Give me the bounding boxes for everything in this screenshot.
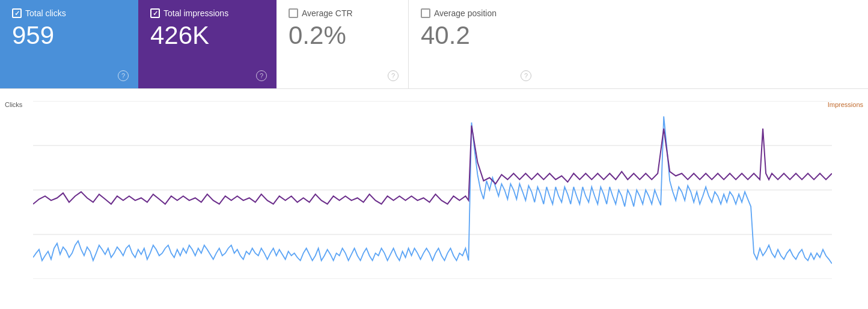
- metric-value-average-ctr: 0.2%: [289, 23, 396, 48]
- metric-total-impressions[interactable]: Total impressions 426K ?: [138, 0, 277, 88]
- chart-area: Clicks Impressions 15 10 5 0 3K 2K 1K 0 …: [0, 89, 868, 309]
- metric-average-ctr[interactable]: Average CTR 0.2% ?: [277, 0, 409, 88]
- metric-label-average-ctr: Average CTR: [302, 8, 353, 18]
- checkbox-total-clicks[interactable]: [12, 8, 22, 18]
- checkbox-average-position[interactable]: [421, 8, 430, 18]
- checkbox-total-impressions[interactable]: [150, 8, 160, 18]
- metric-value-total-impressions: 426K: [150, 23, 264, 48]
- checkbox-average-ctr[interactable]: [289, 8, 298, 18]
- chart-svg: 15 10 5 0 3K 2K 1K 0 8/6/23 9/10/23 10/1…: [33, 101, 832, 279]
- metric-value-average-position: 40.2: [421, 23, 529, 48]
- metric-value-total-clicks: 959: [12, 23, 126, 48]
- metric-total-clicks[interactable]: Total clicks 959 ?: [0, 0, 138, 88]
- help-icon-average-position[interactable]: ?: [521, 70, 531, 81]
- metric-label-total-impressions: Total impressions: [164, 8, 228, 18]
- metric-average-position[interactable]: Average position 40.2 ?: [409, 0, 541, 88]
- metric-label-average-position: Average position: [434, 8, 497, 18]
- y-axis-label-right: Impressions: [828, 101, 863, 108]
- y-axis-label-left: Clicks: [5, 101, 22, 108]
- help-icon-average-ctr[interactable]: ?: [388, 70, 399, 81]
- help-icon-total-impressions[interactable]: ?: [256, 70, 267, 81]
- metric-label-total-clicks: Total clicks: [25, 8, 66, 18]
- help-icon-total-clicks[interactable]: ?: [118, 70, 129, 81]
- metrics-bar: Total clicks 959 ? Total impressions 426…: [0, 0, 868, 89]
- impressions-line: [33, 126, 832, 204]
